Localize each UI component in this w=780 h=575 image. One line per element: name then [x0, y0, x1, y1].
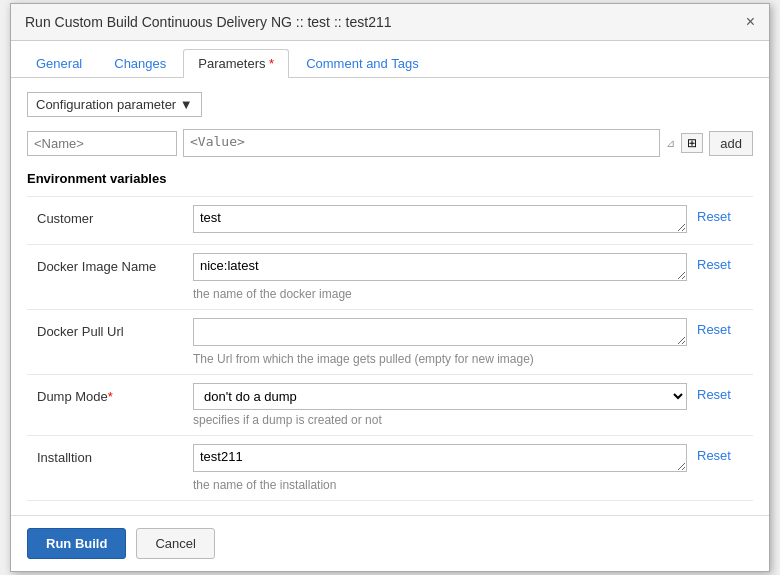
docker-image-name-reset-link[interactable]: Reset [697, 257, 731, 272]
dump-mode-reset-link[interactable]: Reset [697, 387, 731, 402]
env-label-dump-mode: Dump Mode* [27, 375, 187, 436]
env-label-docker-image-name: Docker Image Name [27, 245, 187, 310]
add-button[interactable]: add [709, 131, 753, 156]
tab-bar: General Changes Parameters * Comment and… [11, 41, 769, 78]
param-value-input[interactable] [183, 129, 660, 157]
table-row: Docker Image Name nice:latest the name o… [27, 245, 753, 310]
env-input-cell-installtion: test211 the name of the installation [187, 436, 693, 501]
docker-pull-url-input[interactable] [193, 318, 687, 346]
env-section-title: Environment variables [27, 171, 753, 186]
env-table: Customer test Reset Docker Image Name ni… [27, 196, 753, 501]
tab-changes[interactable]: Changes [99, 49, 181, 77]
content-area: Configuration parameter ▼ ⊿ ⊞ add Enviro… [11, 78, 769, 515]
tab-comment-and-tags[interactable]: Comment and Tags [291, 49, 434, 77]
env-label-installtion: Installtion [27, 436, 187, 501]
cancel-button[interactable]: Cancel [136, 528, 214, 559]
customer-reset-link[interactable]: Reset [697, 209, 731, 224]
tab-asterisk: * [269, 56, 274, 71]
docker-pull-url-reset-link[interactable]: Reset [697, 322, 731, 337]
dialog: Run Custom Build Continuous Delivery NG … [10, 3, 770, 572]
installtion-hint: the name of the installation [193, 478, 687, 492]
config-dropdown[interactable]: Configuration parameter ▼ [27, 92, 202, 117]
run-build-button[interactable]: Run Build [27, 528, 126, 559]
customer-input[interactable]: test [193, 205, 687, 233]
env-input-cell-docker-pull-url: The Url from which the image gets pulled… [187, 310, 693, 375]
dialog-title: Run Custom Build Continuous Delivery NG … [25, 14, 392, 30]
docker-pull-url-hint: The Url from which the image gets pulled… [193, 352, 687, 366]
env-action-cell-dump-mode: Reset [693, 375, 753, 436]
param-name-input[interactable] [27, 131, 177, 156]
env-action-cell-customer: Reset [693, 197, 753, 245]
installtion-reset-link[interactable]: Reset [697, 448, 731, 463]
table-row: Customer test Reset [27, 197, 753, 245]
env-input-cell-dump-mode: don't do a dump do a dump specifies if a… [187, 375, 693, 436]
required-asterisk: * [108, 389, 113, 404]
dialog-title-bar: Run Custom Build Continuous Delivery NG … [11, 4, 769, 41]
env-label-docker-pull-url: Docker Pull Url [27, 310, 187, 375]
table-row: Dump Mode* don't do a dump do a dump spe… [27, 375, 753, 436]
docker-image-name-input[interactable]: nice:latest [193, 253, 687, 281]
docker-image-name-hint: the name of the docker image [193, 287, 687, 301]
config-row: Configuration parameter ▼ [27, 92, 753, 117]
env-input-cell-docker-image-name: nice:latest the name of the docker image [187, 245, 693, 310]
close-button[interactable]: × [746, 14, 755, 30]
installtion-input[interactable]: test211 [193, 444, 687, 472]
env-label-customer: Customer [27, 197, 187, 245]
dump-mode-select[interactable]: don't do a dump do a dump [193, 383, 687, 410]
tab-general[interactable]: General [21, 49, 97, 77]
env-action-cell-docker-image-name: Reset [693, 245, 753, 310]
env-action-cell-docker-pull-url: Reset [693, 310, 753, 375]
table-row: Installtion test211 the name of the inst… [27, 436, 753, 501]
footer: Run Build Cancel [11, 515, 769, 571]
table-row: Docker Pull Url The Url from which the i… [27, 310, 753, 375]
dump-mode-hint: specifies if a dump is created or not [193, 413, 687, 427]
param-input-row: ⊿ ⊞ add [27, 129, 753, 157]
resize-icon: ⊿ [666, 137, 675, 150]
expand-button[interactable]: ⊞ [681, 133, 703, 153]
env-action-cell-installtion: Reset [693, 436, 753, 501]
env-input-cell-customer: test [187, 197, 693, 245]
tab-parameters[interactable]: Parameters * [183, 49, 289, 78]
